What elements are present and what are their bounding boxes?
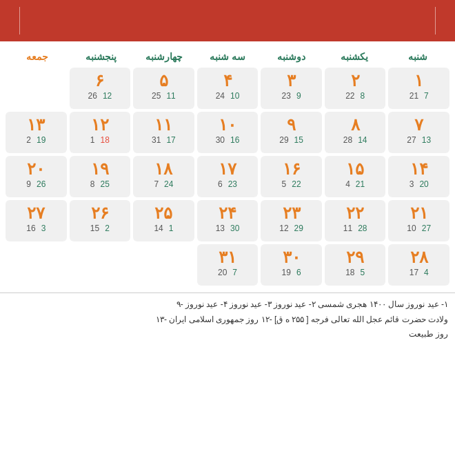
gregorian-day: 22 — [345, 91, 354, 101]
persian-day: ۱۵ — [346, 160, 364, 178]
gregorian-day: 12 — [279, 224, 288, 233]
persian-day: ۲۰ — [27, 160, 45, 178]
hijri-day: 10 — [230, 91, 239, 101]
gregorian-day: 26 — [88, 91, 97, 101]
day-sub: 214 — [345, 179, 365, 189]
hijri-day: 27 — [422, 224, 431, 233]
day-sub: 1630 — [216, 135, 240, 145]
day-cell: ۲۳2912 — [261, 200, 322, 241]
hijri-day: 28 — [358, 224, 367, 233]
day-sub: 822 — [345, 91, 365, 101]
weeks-grid: ۱721۲822۳923۴1024۵1125۶1226۷1327۸1428۹15… — [6, 68, 449, 286]
day-sub: 114 — [154, 224, 173, 233]
day-sub: 1226 — [88, 91, 112, 101]
footer-note: ولادت حضرت قائم عجل الله تعالی فرجه [ ۲۵… — [7, 313, 448, 328]
hijri-day: 30 — [230, 224, 239, 233]
day-cell: ۸1428 — [325, 112, 386, 153]
hijri-day: 3 — [41, 224, 46, 233]
footer-note: روز طبیعت — [7, 327, 448, 342]
hijri-day: 7 — [232, 268, 237, 277]
week-row: ۲۸417۲۹518۳۰619۳۱720 — [6, 244, 449, 286]
day-cell: ۲۸417 — [388, 244, 449, 286]
hijri-day: 2 — [105, 224, 110, 233]
persian-day: ۲۲ — [346, 204, 364, 222]
weekday-label: دوشنبه — [259, 48, 323, 65]
day-sub: 1125 — [152, 91, 176, 101]
day-sub: 417 — [410, 268, 429, 277]
hijri-month — [28, 14, 427, 27]
divider-2 — [19, 7, 20, 34]
day-sub: 1529 — [279, 135, 303, 145]
day-cell: ۱۰1630 — [197, 112, 259, 153]
gregorian-day: 7 — [154, 179, 159, 189]
gregorian-day: 9 — [26, 179, 31, 189]
day-cell: ۵1125 — [133, 68, 194, 109]
day-cell — [70, 244, 131, 286]
day-sub: 3013 — [216, 224, 240, 233]
gregorian-day: 5 — [282, 179, 287, 189]
persian-day: ۳ — [287, 72, 296, 90]
calendar-body: شنبهیکشنبهدوشنبهسه شنبهچهارشنبهپنجشنبهجم… — [0, 48, 455, 286]
gregorian-day: 3 — [410, 179, 414, 189]
day-sub: 721 — [410, 91, 429, 101]
day-cell: ۱۹258 — [70, 156, 131, 197]
day-cell: ۱۲181 — [70, 112, 131, 153]
gregorian-day: 24 — [216, 91, 225, 101]
hijri-day: 13 — [422, 135, 431, 145]
persian-day: ۳۱ — [219, 248, 236, 266]
persian-day: ۲ — [351, 72, 360, 90]
hijri-day: 14 — [358, 135, 367, 145]
day-sub: 2912 — [279, 224, 303, 233]
persian-day: ۱۹ — [91, 160, 109, 178]
persian-day: ۲۹ — [346, 248, 364, 266]
hijri-day: 18 — [101, 135, 110, 145]
calendar-wrapper: شنبهیکشنبهدوشنبهسه شنبهچهارشنبهپنجشنبهجم… — [0, 0, 455, 346]
day-cell: ۳۱720 — [197, 244, 259, 286]
gregorian-day: 13 — [216, 224, 225, 233]
hijri-day: 12 — [103, 91, 112, 101]
day-sub: 2710 — [407, 224, 431, 233]
day-sub: 192 — [26, 135, 46, 145]
persian-day: ۷ — [414, 116, 423, 134]
day-cell: ۱۵214 — [325, 156, 386, 197]
persian-day: ۱۰ — [219, 116, 236, 134]
day-cell: ۲۱2710 — [388, 200, 449, 241]
day-cell: ۲۰269 — [6, 156, 67, 197]
persian-day: ۶ — [95, 72, 104, 90]
footer-notes: ۱- عید نوروز سال ۱۴۰۰ هجری شمسی ۲- عید ن… — [0, 292, 455, 346]
day-cell: ۱721 — [388, 68, 449, 109]
gregorian-day: 1 — [90, 135, 95, 145]
hijri-day: 7 — [424, 91, 429, 101]
gregorian-day: 25 — [152, 91, 161, 101]
gregorian-day: 28 — [343, 135, 352, 145]
day-cell: ۲822 — [325, 68, 386, 109]
persian-day: ۲۳ — [283, 204, 301, 222]
day-sub: 258 — [90, 179, 110, 189]
day-cell: ۷1327 — [388, 112, 449, 153]
day-cell: ۲۲2811 — [325, 200, 386, 241]
persian-day: ۹ — [287, 116, 296, 134]
day-cell: ۱۸247 — [133, 156, 194, 197]
day-cell: ۳923 — [261, 68, 322, 109]
persian-day: ۱۴ — [410, 160, 428, 178]
day-sub: 720 — [218, 268, 237, 277]
day-sub: 269 — [26, 179, 46, 189]
hijri-day: 24 — [164, 179, 173, 189]
hijri-day: 21 — [356, 179, 365, 189]
gregorian-day: 4 — [345, 179, 350, 189]
day-sub: 1428 — [343, 135, 367, 145]
gregorian-day: 16 — [26, 224, 35, 233]
day-cell: ۲۷316 — [6, 200, 67, 241]
weekday-label: سه شنبه — [196, 48, 259, 65]
persian-day: ۲۱ — [410, 204, 428, 222]
day-cell: ۲۵114 — [133, 200, 194, 241]
persian-day: ۱۱ — [154, 116, 172, 134]
day-sub: 316 — [26, 224, 46, 233]
hijri-day: 1 — [169, 224, 174, 233]
footer-note: ۱- عید نوروز سال ۱۴۰۰ هجری شمسی ۲- عید ن… — [7, 297, 448, 313]
day-cell: ۲۹518 — [325, 244, 386, 286]
gregorian-day: 17 — [410, 268, 418, 277]
week-row: ۱۴203۱۵214۱۶225۱۷236۱۸247۱۹258۲۰269 — [6, 156, 449, 197]
hijri-day: 16 — [230, 135, 239, 145]
day-sub: 236 — [218, 179, 237, 189]
